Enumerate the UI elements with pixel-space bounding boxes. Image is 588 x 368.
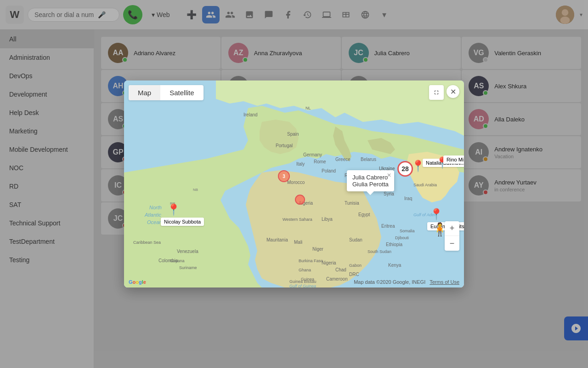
svg-text:Tunisia: Tunisia [345, 201, 359, 206]
svg-text:Greece: Greece [335, 157, 351, 162]
label-nicolay: Nicolay Subbota [161, 218, 204, 226]
svg-text:Burkina Faso: Burkina Faso [299, 259, 323, 263]
svg-text:Venezuela: Venezuela [177, 249, 198, 254]
cluster-ukraine[interactable]: 28 [397, 161, 413, 177]
svg-text:Mali: Mali [294, 240, 302, 245]
svg-text:Mauritania: Mauritania [266, 237, 288, 242]
label-rino: Rino Milli... [443, 155, 464, 164]
svg-text:Guinea Bissau: Guinea Bissau [289, 279, 317, 284]
svg-text:Spain: Spain [287, 132, 299, 137]
map-fullscreen-button[interactable] [429, 85, 444, 100]
tab-map[interactable]: Map [129, 85, 160, 100]
map-tabs: Map Satellite [129, 85, 204, 100]
svg-text:Saudi Arabia: Saudi Arabia [413, 183, 437, 187]
svg-text:Poland: Poland [322, 168, 336, 173]
cluster-morocco[interactable] [295, 195, 305, 205]
map-copyright: Map data ©2020 Google, INEGI Terms of Us… [354, 279, 459, 285]
pin-eugenio[interactable]: 📍 [430, 208, 443, 221]
popup-line2: Giulia Perotta [352, 181, 389, 188]
svg-text:Syria: Syria [384, 191, 394, 196]
svg-text:Djibouti: Djibouti [395, 236, 409, 240]
svg-text:Niger: Niger [312, 247, 324, 252]
tab-satellite[interactable]: Satellite [160, 85, 203, 100]
svg-text:NL: NL [305, 106, 311, 110]
popup-close-button[interactable]: ✕ [387, 172, 391, 178]
svg-text:North: North [149, 205, 162, 210]
svg-text:Egypt: Egypt [358, 212, 370, 217]
map-overlay: Map Satellite ✕ [0, 0, 588, 368]
svg-text:Germany: Germany [303, 152, 322, 157]
cluster-spain[interactable]: 3 [278, 170, 290, 182]
terms-link[interactable]: Terms of Use [430, 279, 459, 285]
svg-text:Ireland: Ireland [243, 112, 258, 117]
svg-text:Belarus: Belarus [361, 157, 376, 162]
svg-text:Chad: Chad [335, 267, 346, 272]
zoom-out-button[interactable]: − [445, 236, 459, 251]
svg-text:Eritrea: Eritrea [381, 224, 395, 229]
svg-text:Suriname: Suriname [179, 265, 197, 270]
svg-text:Ghana: Ghana [299, 268, 311, 272]
map-zoom-controls: + − [445, 221, 459, 251]
modal-close-button[interactable]: ✕ [447, 85, 459, 98]
svg-text:NB: NB [193, 188, 198, 192]
map-area[interactable]: Germany Poland Belarus Ukraine Romania T… [124, 80, 464, 288]
svg-text:Caribbean Sea: Caribbean Sea [133, 240, 161, 245]
svg-text:Nigeria: Nigeria [322, 260, 336, 265]
svg-text:Kenya: Kenya [388, 263, 401, 268]
map-attribution: Google [129, 279, 146, 285]
map-modal: Map Satellite ✕ [124, 80, 464, 288]
svg-text:Gabon: Gabon [349, 263, 362, 268]
pin-nicolay[interactable]: 📍 [167, 203, 181, 216]
svg-text:DRC: DRC [349, 272, 359, 277]
popup-line1: Julia Cabrero [352, 174, 389, 181]
svg-text:Western Sahara: Western Sahara [283, 217, 312, 222]
map-svg: Germany Poland Belarus Ukraine Romania T… [124, 80, 464, 288]
svg-text:Cameroon: Cameroon [326, 276, 348, 282]
svg-text:South Sudan: South Sudan [368, 249, 391, 254]
svg-text:Iraq: Iraq [404, 196, 412, 201]
svg-text:Sudan: Sudan [349, 237, 362, 242]
svg-text:Portugal: Portugal [276, 143, 293, 148]
svg-text:Ocean: Ocean [147, 219, 162, 225]
svg-text:Rome: Rome [314, 159, 326, 164]
svg-text:Italy: Italy [296, 161, 305, 167]
svg-text:Somalia: Somalia [400, 229, 415, 233]
zoom-in-button[interactable]: + [445, 221, 459, 236]
svg-text:Ethiopia: Ethiopia [386, 242, 403, 247]
map-popup: ✕ Julia Cabrero Giulia Perotta [347, 170, 394, 191]
svg-text:Colombia: Colombia [158, 258, 178, 263]
svg-text:Atlantic: Atlantic [144, 212, 162, 218]
svg-text:Gulf of Guinea: Gulf of Guinea [289, 284, 316, 288]
svg-text:Libya: Libya [322, 217, 333, 222]
